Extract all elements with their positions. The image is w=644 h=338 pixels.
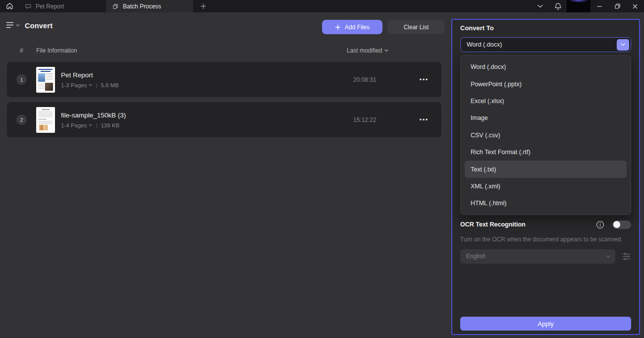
ocr-language-value: English <box>466 253 606 260</box>
file-row[interactable]: 2 file-sample_150kB (3) 1-4 Pages | 139 … <box>7 102 441 137</box>
titlebar-menu-button[interactable] <box>531 0 549 12</box>
tool-menu-button[interactable] <box>6 22 20 28</box>
pages-dropdown[interactable]: 1-3 Pages <box>61 82 92 88</box>
close-button[interactable] <box>626 0 644 12</box>
format-option[interactable]: Excel (.xlsx) <box>461 93 631 110</box>
pages-label: 1-4 Pages <box>61 122 87 128</box>
row-index-badge: 1 <box>16 74 27 85</box>
convert-panel: Convert To Word (.docx) Word (.docx) Pow… <box>451 19 640 335</box>
ocr-info-button[interactable] <box>596 221 604 229</box>
format-dropdown-menu: Word (.docx) PowerPoint (.pptx) Excel (.… <box>460 55 631 215</box>
format-option[interactable]: Word (.docx) <box>461 58 631 75</box>
home-button[interactable] <box>0 0 19 12</box>
format-option[interactable]: Text (.txt) <box>465 161 627 177</box>
ocr-settings-button[interactable] <box>622 252 631 261</box>
notifications-button[interactable] <box>549 0 567 12</box>
pages-label: 1-3 Pages <box>61 82 87 88</box>
format-option[interactable]: HTML (.html) <box>461 195 631 212</box>
format-select[interactable]: Word (.docx) <box>460 37 631 52</box>
file-thumbnail <box>36 67 55 93</box>
home-icon <box>5 2 14 10</box>
format-option[interactable]: XML (.xml) <box>461 178 631 195</box>
file-name: Pet Report <box>61 71 119 79</box>
chevron-down-icon <box>89 124 92 126</box>
file-info: file-sample_150kB (3) 1-4 Pages | 139 KB <box>61 112 126 128</box>
chevron-down-icon <box>606 255 610 258</box>
new-tab-button[interactable] <box>193 0 213 12</box>
file-thumbnail <box>36 107 55 133</box>
row-index-badge: 2 <box>16 114 27 125</box>
last-modified-label: Last modified <box>347 47 382 54</box>
minimize-icon <box>596 3 602 9</box>
file-info: Pet Report 1-3 Pages | 5.6 MB <box>61 71 119 88</box>
avatar[interactable] <box>567 0 590 12</box>
ellipsis-icon: ••• <box>420 116 429 123</box>
bell-icon <box>554 2 562 10</box>
ocr-toggle[interactable] <box>612 221 631 229</box>
file-size: 139 KB <box>101 122 119 128</box>
meta-separator: | <box>96 122 97 128</box>
format-option[interactable]: PowerPoint (.pptx) <box>461 75 631 92</box>
file-row[interactable]: 1 Pet Report 1-3 Pages | 5.6 MB 20:08:31… <box>7 62 441 97</box>
file-size: 5.6 MB <box>101 82 118 88</box>
row-menu-button[interactable]: ••• <box>413 72 435 87</box>
row-menu-button[interactable]: ••• <box>413 113 435 127</box>
restore-icon <box>614 3 621 9</box>
convert-to-title: Convert To <box>460 24 631 32</box>
add-files-button[interactable]: Add Files <box>322 20 382 34</box>
modified-time: 20:08:31 <box>353 76 376 83</box>
meta-separator: | <box>96 82 97 88</box>
chevron-down-icon <box>89 84 92 86</box>
batch-tab-icon <box>112 3 119 10</box>
clear-list-label: Clear List <box>404 24 429 31</box>
tab-batch-process[interactable]: Batch Process <box>106 0 193 12</box>
modified-time: 15:12:22 <box>353 116 376 123</box>
file-table-header: # File Information Last modified <box>0 47 445 57</box>
chevron-down-icon <box>384 49 388 52</box>
format-option[interactable]: Image <box>461 110 631 126</box>
chevron-down-icon <box>16 24 20 27</box>
ocr-title: OCR Text Recognition <box>460 221 596 228</box>
column-last-modified[interactable]: Last modified <box>347 47 388 54</box>
add-files-label: Add Files <box>345 24 370 31</box>
column-index: # <box>20 47 23 54</box>
chevron-down-icon <box>621 43 625 46</box>
clear-list-button[interactable]: Clear List <box>387 20 445 34</box>
file-name: file-sample_150kB (3) <box>61 112 126 119</box>
minimize-button[interactable] <box>590 0 608 12</box>
ellipsis-icon: ••• <box>420 76 429 83</box>
document-tab-icon <box>25 3 32 10</box>
chevron-down-icon <box>537 4 543 8</box>
format-select-chevron-button[interactable] <box>617 39 629 51</box>
info-icon <box>596 221 604 229</box>
restore-button[interactable] <box>608 0 626 12</box>
tab-label: Batch Process <box>123 3 161 10</box>
plus-icon <box>335 24 341 30</box>
toolbar: Convert Add Files Clear List <box>0 19 445 36</box>
format-option[interactable]: CSV (.csv) <box>461 127 631 144</box>
sliders-icon <box>622 252 631 261</box>
page-title: Convert <box>25 22 53 30</box>
pages-dropdown[interactable]: 1-4 Pages <box>61 122 92 128</box>
ocr-description: Turn on the OCR when the document appear… <box>460 236 631 243</box>
format-selected-value: Word (.docx) <box>467 41 617 48</box>
hamburger-icon <box>6 22 14 28</box>
column-file-information: File Information <box>36 47 77 54</box>
apply-button[interactable]: Apply <box>460 317 631 331</box>
plus-icon <box>200 3 207 9</box>
close-icon <box>632 3 638 9</box>
format-option[interactable]: Rich Text Format (.rtf) <box>461 144 631 161</box>
tab-label: Pet Report <box>36 3 64 10</box>
ocr-language-select[interactable]: English <box>460 249 615 264</box>
titlebar-controls <box>531 0 644 12</box>
tab-pet-report[interactable]: Pet Report <box>19 0 106 12</box>
titlebar: Pet Report Batch Process <box>0 0 644 12</box>
